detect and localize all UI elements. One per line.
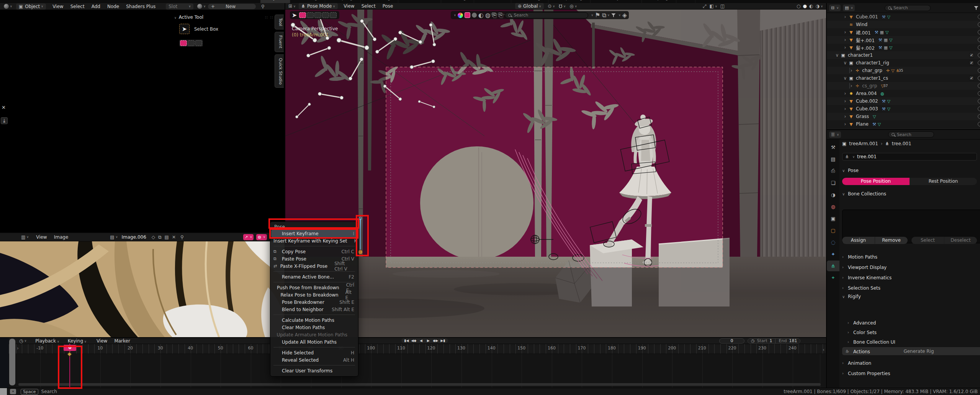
image-name[interactable]: Image.006 [121,234,146,240]
expand-arrow-icon[interactable]: › [849,83,854,89]
shading-wireframe-icon[interactable]: ○ [797,3,800,9]
open-folder-icon[interactable]: ▤ [165,234,169,240]
half-ball-icon[interactable]: ◐ [478,11,484,19]
outliner-row[interactable]: › Grass ✓ [827,113,980,120]
properties-search-input[interactable]: Search [888,131,934,138]
expand-arrow-icon[interactable]: › [843,91,848,96]
outliner-row[interactable]: › Cube.001 ✓ [827,13,980,21]
shading-solid-icon[interactable]: ● [803,3,807,9]
shader-menu[interactable]: Shaders Plus [123,4,159,9]
collapsed-section-header[interactable]: ›Inverse Kinematics [842,272,977,283]
show-gizmo-icon[interactable]: ⤢ [703,3,707,9]
sidebar-tab[interactable]: Fluent [275,32,284,52]
pose-position-button[interactable]: Pose Position [842,178,910,185]
panel-drag-grip[interactable]: ∷ ∷ [265,15,273,20]
workspace-tab[interactable]: Sculpting [325,0,360,3]
context-menu-item[interactable] [273,362,355,365]
shader-menu[interactable]: Add [88,4,104,9]
select-new-icon[interactable] [180,40,187,46]
expand-arrow-icon[interactable]: › [843,30,848,35]
rest-position-button[interactable]: Rest Position [910,178,977,185]
workspace-tab[interactable]: + [676,0,695,3]
outliner-row[interactable]: │ › char_grp 35 ✓ [827,67,980,74]
collapsed-section-header[interactable]: ›Custom Properties [842,368,977,379]
timeline-track-area[interactable] [16,354,826,388]
hide-icon[interactable] [978,84,980,88]
editor-type-icon[interactable]: ▥∨ [21,234,29,240]
stamp-icon[interactable]: ⎘ [492,11,497,19]
hide-icon[interactable] [978,30,980,34]
display-mode-dropdown[interactable]: ⊟∨ [829,5,841,11]
rigify-subsection-header[interactable]: ›Advanced [847,318,977,328]
jump-to-end-button[interactable]: ▶▮ [439,339,447,343]
hide-icon[interactable] [978,61,980,65]
hide-icon[interactable] [978,15,980,19]
rigify-subsection-header[interactable]: ›Actions [847,347,977,356]
collapse-arrow-icon[interactable]: ‹ [823,347,825,352]
prev-keyframe-button[interactable]: ◀◆ [410,339,417,343]
visibility-checkbox[interactable]: ✓ [969,61,974,65]
start-frame-field[interactable]: ◷ Start1 [748,339,775,343]
hide-icon[interactable] [978,99,980,103]
context-menu-item[interactable]: Hide Selected H [270,349,358,356]
properties-tab-scene[interactable]: ◑ [827,189,839,200]
flag-icon[interactable]: ⚑ [595,11,600,19]
select-mode-invert-icon[interactable] [322,12,329,18]
editor-type-clock-icon[interactable]: ◷∨ [19,338,26,344]
filter-funnel-icon[interactable] [611,13,616,17]
context-menu-item[interactable] [273,279,355,282]
display-channels-button[interactable]: ◍∨ [256,234,267,240]
properties-tab-constraint[interactable]: ✦ [827,249,839,259]
timeline-menu[interactable]: View [93,338,111,344]
hide-icon[interactable] [978,114,980,119]
xray-toggle-icon[interactable]: ◫ [720,3,725,9]
overlay-stack-icon[interactable]: ⧉∨ [602,11,610,19]
select-mode-options[interactable] [179,39,203,47]
select-button[interactable]: Select [911,237,944,244]
workspace-tab[interactable]: Scripting [642,0,676,3]
rigify-subsection-header[interactable]: ›Bone Collection UI [847,337,977,347]
timeline-menu[interactable]: Marker [111,338,133,344]
hide-icon[interactable] [978,45,980,50]
shader-menu[interactable]: Select [67,4,88,9]
datablock-name-field[interactable]: ⋔∨ tree.001 [842,153,977,161]
remove-button[interactable]: Remove [875,237,908,244]
timeline-horizontal-scrollbar[interactable] [18,383,821,386]
image-editor-menu[interactable]: Image [51,234,72,240]
select-mode-new-icon[interactable] [299,12,306,18]
playhead-frame-badge[interactable]: 0 [64,345,76,351]
new-material-button[interactable]: +New [208,4,256,9]
context-menu-item[interactable]: Update Armature Motion Paths [270,331,358,338]
select-box-tool-icon[interactable]: ➤ [179,24,190,34]
fake-user-shield-icon[interactable]: ◇ [152,234,155,240]
shading-context-dropdown[interactable]: ▣Object∨ [16,3,46,10]
image-editor-menu[interactable]: View [33,234,50,240]
pose-section-header[interactable]: ∨Pose [842,168,977,173]
channel-expander-icon[interactable]: › [17,346,19,351]
timeline-ruler[interactable]: -100102030405060708090100110120130140150… [0,344,826,354]
context-menu-item[interactable]: Insert Keyframe I [271,230,357,237]
expand-arrow-icon[interactable]: › [843,121,848,127]
hide-icon[interactable] [978,107,980,111]
hide-icon[interactable] [978,22,980,27]
bone-collections-header[interactable]: ∨Bone Collections [842,191,977,197]
hide-icon[interactable] [978,122,980,126]
visibility-checkbox[interactable]: ✓ [969,53,974,57]
properties-tab-object[interactable]: ▢ [827,225,839,236]
color-wheel-icon[interactable] [458,13,463,18]
hide-icon[interactable] [978,68,980,73]
context-menu-item[interactable] [273,311,355,315]
uv-display-button[interactable]: ↗∨ [243,234,254,240]
context-menu-item[interactable] [273,243,355,246]
shading-material-icon[interactable]: ◐ [809,3,813,9]
end-frame-field[interactable]: End181 [775,339,800,343]
shading-rendered-icon[interactable]: ◑∨ [815,3,823,9]
sidebar-tab[interactable]: Quick Studio [275,54,284,88]
deselect-button[interactable]: Deselect [944,237,977,244]
current-frame-field[interactable]: 0 [719,338,744,344]
outliner-row[interactable]: › Sun ✓ [827,128,980,129]
snap-magnet-icon[interactable]: Ω∨ [559,3,566,9]
ball-icon[interactable] [472,13,477,18]
properties-tab-viewlayer[interactable]: ❏ [827,177,839,188]
context-menu-item[interactable] [273,344,355,347]
